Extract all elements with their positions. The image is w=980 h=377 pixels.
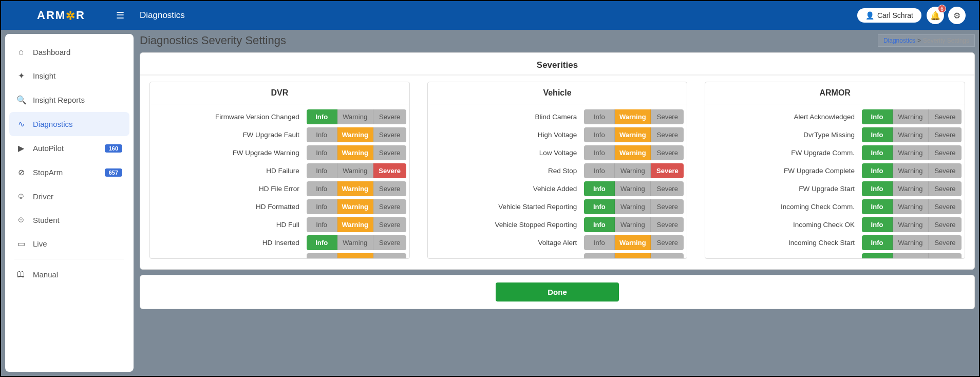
severity-option-severe[interactable]: Severe: [651, 145, 684, 160]
severity-option-warning[interactable]: Warning: [615, 127, 651, 142]
severity-option-severe[interactable]: Severe: [373, 235, 406, 250]
sidebar-item-insight-reports[interactable]: 🔍Insight Reports: [9, 88, 129, 112]
severity-option-info[interactable]: Info: [584, 181, 615, 196]
group-body[interactable]: Alert AcknowledgedInfoWarningSevereDvrTy…: [705, 104, 965, 258]
user-menu[interactable]: 👤 Carl Schrat: [857, 8, 921, 23]
severity-option-severe[interactable]: Severe: [373, 109, 406, 124]
severity-option-warning[interactable]: Warning: [337, 127, 373, 142]
notifications-button[interactable]: 🔔 6: [927, 7, 944, 24]
severity-option-info[interactable]: Info: [862, 163, 893, 178]
severity-option-severe[interactable]: Severe: [929, 253, 962, 258]
sidebar-item-dashboard[interactable]: ⌂Dashboard: [9, 40, 129, 64]
severity-option-warning[interactable]: Warning: [337, 163, 373, 178]
severity-option-warning[interactable]: Warning: [337, 145, 373, 160]
severity-option-severe[interactable]: Severe: [373, 217, 406, 232]
sidebar-item-student[interactable]: ☺Student: [9, 208, 129, 232]
severity-option-info[interactable]: Info: [862, 199, 893, 214]
severity-option-info[interactable]: Info: [307, 217, 337, 232]
severity-option-severe[interactable]: Severe: [651, 217, 684, 232]
severity-option-warning[interactable]: Warning: [893, 217, 929, 232]
severity-option-severe[interactable]: Severe: [373, 199, 406, 214]
severity-option-severe[interactable]: Severe: [373, 145, 406, 160]
severity-option-info[interactable]: Info: [584, 145, 615, 160]
severity-option-warning[interactable]: Warning: [615, 145, 651, 160]
severity-option-severe[interactable]: Severe: [651, 181, 684, 196]
breadcrumb-parent[interactable]: Diagnostics: [883, 37, 915, 44]
severity-option-warning[interactable]: Warning: [615, 199, 651, 214]
severity-option-info[interactable]: Info: [584, 253, 615, 258]
severity-option-warning[interactable]: Warning: [615, 163, 651, 178]
severity-option-info[interactable]: Info: [862, 145, 893, 160]
severity-option-info[interactable]: Info: [862, 253, 893, 258]
severity-option-warning[interactable]: Warning: [337, 181, 373, 196]
severity-option-severe[interactable]: Severe: [651, 163, 684, 178]
severity-option-info[interactable]: Info: [307, 163, 337, 178]
sidebar-item-driver[interactable]: ☺Driver: [9, 184, 129, 208]
severity-option-warning[interactable]: Warning: [337, 109, 373, 124]
logo[interactable]: ARM✲R: [37, 9, 85, 22]
severity-option-severe[interactable]: Severe: [929, 145, 962, 160]
severity-option-severe[interactable]: Severe: [929, 163, 962, 178]
severity-option-warning[interactable]: Warning: [893, 145, 929, 160]
severity-option-info[interactable]: Info: [307, 145, 337, 160]
severity-option-info[interactable]: Info: [862, 235, 893, 250]
sidebar-item-insight[interactable]: ✦Insight: [9, 64, 129, 88]
severity-option-info[interactable]: Info: [307, 235, 337, 250]
severity-option-info[interactable]: Info: [584, 163, 615, 178]
severity-option-info[interactable]: Info: [584, 199, 615, 214]
severity-option-warning[interactable]: Warning: [893, 127, 929, 142]
sidebar-item-live[interactable]: ▭Live: [9, 232, 129, 256]
severity-option-warning[interactable]: Warning: [337, 235, 373, 250]
sidebar-item-manual[interactable]: 🕮Manual: [9, 262, 129, 286]
severity-option-info[interactable]: Info: [307, 109, 337, 124]
severity-option-warning[interactable]: Warning: [615, 181, 651, 196]
severity-option-severe[interactable]: Severe: [929, 109, 962, 124]
severity-option-warning[interactable]: Warning: [337, 217, 373, 232]
settings-button[interactable]: ⚙: [948, 7, 966, 24]
sidebar-item-stoparm[interactable]: ⊘StopArm657: [9, 160, 129, 184]
severity-option-severe[interactable]: Severe: [373, 181, 406, 196]
severity-option-info[interactable]: Info: [862, 127, 893, 142]
severity-option-severe[interactable]: Severe: [373, 127, 406, 142]
severity-option-warning[interactable]: Warning: [893, 253, 929, 258]
severity-option-info[interactable]: Info: [307, 199, 337, 214]
severity-option-info[interactable]: Info: [584, 127, 615, 142]
severity-option-severe[interactable]: Severe: [373, 163, 406, 178]
severity-option-severe[interactable]: Severe: [929, 199, 962, 214]
severity-option-severe[interactable]: Severe: [929, 235, 962, 250]
group-body[interactable]: Blind CameraInfoWarningSevereHigh Voltag…: [428, 104, 687, 258]
severity-option-info[interactable]: Info: [584, 235, 615, 250]
severity-option-warning[interactable]: Warning: [337, 253, 373, 258]
severity-option-warning[interactable]: Warning: [615, 235, 651, 250]
severity-option-warning[interactable]: Warning: [893, 199, 929, 214]
severity-option-info[interactable]: Info: [307, 253, 337, 258]
hamburger-icon[interactable]: ☰: [116, 10, 124, 21]
severity-option-warning[interactable]: Warning: [337, 199, 373, 214]
severity-option-warning[interactable]: Warning: [615, 109, 651, 124]
group-body[interactable]: Firmware Version ChangedInfoWarningSever…: [150, 104, 409, 258]
severity-option-severe[interactable]: Severe: [929, 217, 962, 232]
severity-option-warning[interactable]: Warning: [615, 217, 651, 232]
severity-option-severe[interactable]: Severe: [929, 181, 962, 196]
severity-option-warning[interactable]: Warning: [893, 163, 929, 178]
severity-option-info[interactable]: Info: [862, 109, 893, 124]
severity-option-severe[interactable]: Severe: [651, 127, 684, 142]
severity-option-warning[interactable]: Warning: [893, 181, 929, 196]
severity-option-severe[interactable]: Severe: [651, 235, 684, 250]
severity-option-warning[interactable]: Warning: [893, 235, 929, 250]
severity-option-info[interactable]: Info: [307, 127, 337, 142]
severity-option-severe[interactable]: Severe: [651, 109, 684, 124]
severity-option-severe[interactable]: Severe: [373, 253, 406, 258]
severity-option-info[interactable]: Info: [584, 217, 615, 232]
severity-option-severe[interactable]: Severe: [651, 253, 684, 258]
severity-option-info[interactable]: Info: [862, 217, 893, 232]
severity-option-warning[interactable]: Warning: [893, 109, 929, 124]
severity-option-warning[interactable]: Warning: [615, 253, 651, 258]
severity-option-info[interactable]: Info: [862, 181, 893, 196]
severity-option-info[interactable]: Info: [307, 181, 337, 196]
severity-option-info[interactable]: Info: [584, 109, 615, 124]
sidebar-item-diagnostics[interactable]: ∿Diagnostics: [9, 112, 129, 136]
severity-option-severe[interactable]: Severe: [929, 127, 962, 142]
done-button[interactable]: Done: [496, 282, 619, 301]
sidebar-item-autopilot[interactable]: ▶AutoPilot160: [9, 136, 129, 160]
